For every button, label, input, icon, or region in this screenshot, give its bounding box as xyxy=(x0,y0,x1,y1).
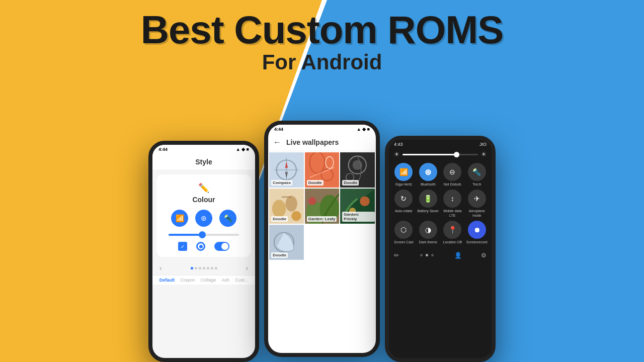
qs-torch[interactable]: 🔦 Torch xyxy=(466,163,488,187)
qs-battery-label: Battery Saver xyxy=(418,209,439,213)
qs-cast-circle: ⬡ xyxy=(394,221,413,239)
qs-giga-circle: 📶 xyxy=(394,163,413,181)
toggle-switch[interactable] xyxy=(214,242,229,251)
doodle2-label: Doodle xyxy=(342,180,359,186)
qs-bottom-row: ✏ 👤 ⚙ xyxy=(389,250,492,261)
wallpaper-garden1[interactable]: Garden: Leafy xyxy=(305,189,340,224)
colour-slider[interactable] xyxy=(169,234,239,236)
qs-autorotate[interactable]: ↻ Auto-rotate xyxy=(393,190,415,218)
user-icon[interactable]: 👤 xyxy=(454,252,462,259)
tab-crayon[interactable]: Crayon xyxy=(180,278,195,283)
svg-point-17 xyxy=(285,196,297,211)
sub-title: For Android xyxy=(0,50,644,74)
qs-bt-circle: ⊛ xyxy=(419,163,437,181)
brightness-row: ☀ ☀ xyxy=(389,149,492,160)
page-dots xyxy=(191,267,217,269)
brightness-slider[interactable] xyxy=(403,154,478,155)
right-status-bar: 4:43 JIO xyxy=(389,140,492,149)
wallpaper-doodle4[interactable]: Doodle xyxy=(269,225,304,260)
qs-cast[interactable]: ⬡ Screen Cast xyxy=(393,221,415,244)
qs-not-disturb[interactable]: ⊖ Not Disturb xyxy=(442,163,463,187)
dot-7 xyxy=(215,267,217,269)
qs-dark-circle: ◑ xyxy=(419,221,437,239)
brightness-fill xyxy=(403,154,455,155)
bt-icon-btn[interactable]: ⊛ xyxy=(195,210,212,227)
theme-tabs: Default Crayon Collage Ash Cust... xyxy=(152,275,255,285)
svg-point-18 xyxy=(291,211,301,221)
left-icons: ▲ ◆ ■ xyxy=(236,147,249,152)
brightness-low-icon: ☀ xyxy=(394,151,399,158)
center-time: 4:44 xyxy=(274,127,283,132)
doodle1-label: Doodle xyxy=(307,180,324,186)
center-title: Live wallpapers xyxy=(286,138,339,146)
phone-left: 4:44 ▲ ◆ ■ Style ✏️ Colour 📶 ⊛ 🔦 xyxy=(148,141,259,362)
dot-5 xyxy=(207,267,209,269)
qs-dark-theme[interactable]: ◑ Dark theme xyxy=(418,221,439,244)
garden1-label: Garden: Leafy xyxy=(307,216,337,222)
toggle-row: ✓ xyxy=(178,242,229,251)
qs-mobile-data[interactable]: ↕ Mobile data LTE xyxy=(442,190,463,218)
center-icons: ▲ ◆ ■ xyxy=(357,127,370,132)
svg-point-23 xyxy=(308,197,316,205)
right-time: 4:43 xyxy=(394,142,403,147)
dot-6 xyxy=(211,267,213,269)
phone-center: 4:44 ▲ ◆ ■ ← Live wallpapers xyxy=(264,121,380,357)
left-time: 4:44 xyxy=(158,147,168,152)
edit-icon[interactable]: ✏ xyxy=(394,252,399,259)
torch-icon-btn[interactable]: 🔦 xyxy=(219,210,236,227)
colour-section: ✏️ Colour 📶 ⊛ 🔦 ✓ xyxy=(156,174,251,257)
dot-1 xyxy=(191,267,193,269)
brightness-high-icon: ☀ xyxy=(481,151,487,158)
tab-cust[interactable]: Cust... xyxy=(235,278,248,283)
qs-dark-label: Dark theme xyxy=(419,240,437,244)
qs-rec-label: Screenrecord xyxy=(466,240,488,244)
qs-aeroplane[interactable]: ✈ Aeroplane mode xyxy=(466,190,488,218)
qs-loc-label: Location Off xyxy=(443,240,462,244)
dot-3 xyxy=(199,267,201,269)
wallpaper-compass[interactable]: Compass xyxy=(269,152,304,188)
compass-label: Compass xyxy=(271,180,292,186)
qs-battery-saver[interactable]: 🔋 Battery Saver xyxy=(418,190,439,218)
back-arrow[interactable]: ← xyxy=(273,138,281,147)
doodle3-label: Doodle xyxy=(271,216,288,222)
qs-giga-hertz[interactable]: 📶 Giga Hertz xyxy=(393,163,415,187)
center-status-bar: 4:44 ▲ ◆ ■ xyxy=(268,125,376,134)
qs-giga-label: Giga Hertz xyxy=(395,183,412,187)
wallpaper-doodle2[interactable]: Doodle xyxy=(340,152,375,188)
prev-arrow[interactable]: ‹ xyxy=(159,264,162,272)
brightness-thumb xyxy=(454,152,459,157)
qs-rec-circle: ⏺ xyxy=(468,221,486,239)
wallpaper-doodle1[interactable]: Doodle xyxy=(305,152,340,188)
wifi-icon-btn[interactable]: 📶 xyxy=(171,210,188,227)
wallpaper-garden2[interactable]: Garden: Prickly xyxy=(340,189,375,224)
qs-nd-label: Not Disturb xyxy=(444,183,461,187)
qs-rotate-circle: ↻ xyxy=(394,190,413,208)
dot-4 xyxy=(203,267,205,269)
settings-icon[interactable]: ⚙ xyxy=(481,252,487,259)
rdot-3 xyxy=(431,254,434,256)
qs-location[interactable]: 📍 Location Off xyxy=(442,221,463,244)
qs-loc-circle: 📍 xyxy=(443,221,461,239)
rdot-2 xyxy=(426,254,428,256)
tab-default[interactable]: Default xyxy=(159,278,175,283)
wallpaper-grid: Compass Doodle xyxy=(268,151,376,261)
right-screen: 4:43 JIO ☀ ☀ 📶 Giga Hertz ⊛ xyxy=(389,140,492,358)
radio-btn[interactable] xyxy=(196,242,205,251)
center-header: ← Live wallpapers xyxy=(268,134,376,151)
qs-bluetooth[interactable]: ⊛ Bluetooth xyxy=(418,163,439,187)
radio-inner xyxy=(199,245,203,248)
checkbox[interactable]: ✓ xyxy=(178,242,187,251)
qs-torch-circle: 🔦 xyxy=(468,163,486,181)
wallpaper-doodle3[interactable]: Doodle xyxy=(269,189,304,224)
qs-plane-circle: ✈ xyxy=(468,190,486,208)
title-area: Best Custom ROMS For Android xyxy=(0,10,644,74)
svg-point-16 xyxy=(272,200,286,217)
next-arrow[interactable]: › xyxy=(246,264,248,272)
left-header: Style xyxy=(152,154,255,170)
right-dots xyxy=(418,252,436,258)
tab-ash[interactable]: Ash xyxy=(222,278,230,283)
center-screen: 4:44 ▲ ◆ ■ ← Live wallpapers xyxy=(268,125,376,353)
qs-screenrecord[interactable]: ⏺ Screenrecord xyxy=(466,221,488,244)
tab-collage[interactable]: Collage xyxy=(201,278,216,283)
qs-data-label: Mobile data LTE xyxy=(442,209,463,218)
